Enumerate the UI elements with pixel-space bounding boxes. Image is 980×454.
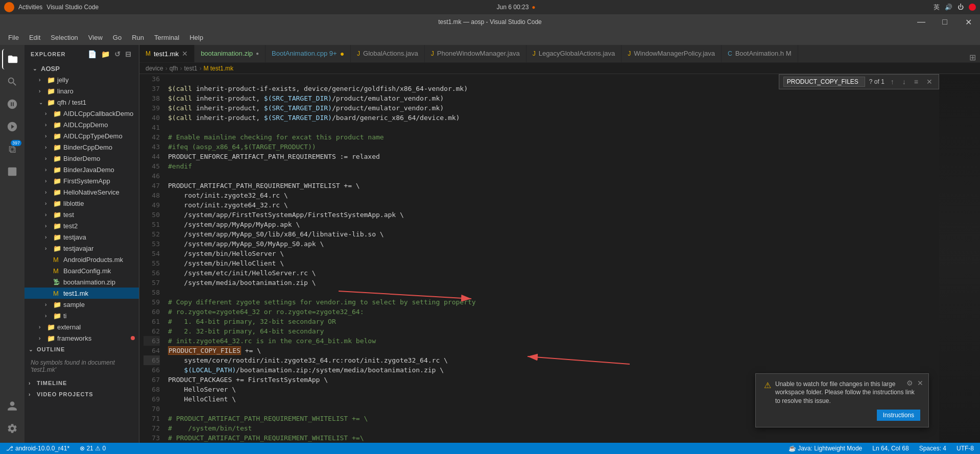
close-btn[interactable]	[969, 4, 976, 11]
breadcrumb-part-1[interactable]: device	[146, 65, 163, 72]
activity-account[interactable]	[2, 396, 22, 416]
next-match-btn[interactable]: ↓	[900, 77, 908, 87]
tree-item-test2[interactable]: › 📁 test2	[25, 220, 139, 231]
tree-root-aosp[interactable]: ⌄ AOSP	[25, 63, 139, 74]
tab-close-btn[interactable]: ●	[256, 51, 259, 56]
tree-item-testjava[interactable]: › 📁 testjava	[25, 231, 139, 243]
tree-label: sample	[63, 301, 85, 308]
timeline-section-header[interactable]: › TIMELINE	[25, 377, 139, 389]
status-encoding[interactable]: UTF-8	[954, 445, 976, 452]
status-java[interactable]: ☕ Java: Lightweight Mode	[786, 445, 864, 452]
tab-globalactions[interactable]: J GlobalActions.java	[351, 45, 425, 62]
tree-item-bootanimation-zip[interactable]: 🗜 bootanimation.zip	[25, 276, 139, 288]
tree-item-testjavajar[interactable]: › 📁 testjavajar	[25, 243, 139, 254]
vscode-label[interactable]: Visual Studio Code	[46, 4, 99, 11]
activity-git[interactable]	[2, 94, 22, 114]
tree-item-sample[interactable]: › 📁 sample	[25, 299, 139, 310]
new-file-btn[interactable]: 📄	[87, 49, 98, 59]
tree-item-aidl3[interactable]: › 📁 AIDLCppTypeDemo	[25, 130, 139, 141]
activity-settings[interactable]	[2, 418, 22, 439]
tree-item-frameworks[interactable]: › 📁 frameworks	[25, 332, 139, 344]
tree-label: AndroidProducts.mk	[63, 256, 123, 264]
tab-close-btn[interactable]: ✕	[182, 50, 188, 58]
breadcrumb-sep-3: ›	[199, 65, 201, 72]
toggle-replace-btn[interactable]: ≡	[912, 77, 920, 87]
menu-terminal[interactable]: Terminal	[150, 32, 183, 43]
tree-item-binderjava[interactable]: › 📁 BinderJavaDemo	[25, 164, 139, 175]
tree-item-firstsystem[interactable]: › 📁 FirstSystemApp	[25, 175, 139, 186]
menu-help[interactable]: Help	[185, 32, 207, 43]
find-input[interactable]	[783, 77, 865, 87]
tab-label: PhoneWindowManager.java	[437, 50, 520, 57]
tree-item-liblottie[interactable]: › 📁 liblottie	[25, 198, 139, 209]
tree-item-jelly[interactable]: › 📁 jelly	[25, 74, 139, 85]
video-projects-section-header[interactable]: › VIDEO PROJECTS	[25, 389, 139, 400]
activity-run[interactable]	[2, 116, 22, 137]
tree-item-hellonative[interactable]: › 📁 HelloNativeService	[25, 186, 139, 198]
folder-icon: 📁	[53, 301, 61, 308]
tab-bootanimation[interactable]: bootanimation.zip ●	[195, 45, 266, 62]
sidebar-title: EXPLORER	[31, 51, 66, 57]
tree-item-androidproducts[interactable]: M AndroidProducts.mk	[25, 254, 139, 265]
notification-close-btn[interactable]: ✕	[916, 378, 924, 388]
status-branch[interactable]: ⎇ android-10.0.0_r41*	[4, 445, 71, 452]
activity-search[interactable]	[2, 71, 22, 92]
tree-item-test[interactable]: › 📁 test	[25, 209, 139, 220]
firefox-icon[interactable]	[4, 2, 14, 12]
instructions-btn[interactable]: Instructions	[877, 410, 920, 421]
tree-item-external[interactable]: › 📁 external	[25, 321, 139, 332]
errors-label: ⊗ 21 ⚠ 0	[80, 445, 106, 452]
tab-legacyglobal[interactable]: J LegacyGlobalActions.java	[527, 45, 622, 62]
volume-icon[interactable]: 🔊	[945, 4, 952, 11]
minimize-btn[interactable]: —	[910, 14, 933, 30]
menu-file[interactable]: File	[4, 32, 23, 43]
activity-explorer[interactable]	[2, 49, 22, 69]
menu-go[interactable]: Go	[109, 32, 126, 43]
find-widget[interactable]: ? of 1 ↑ ↓ ≡ ✕	[779, 74, 939, 89]
menu-selection[interactable]: Selection	[46, 32, 82, 43]
tree-item-aidl1[interactable]: › 📁 AIDLCppCallbackDemo	[25, 108, 139, 119]
notification-settings-btn[interactable]: ⚙	[905, 378, 914, 388]
java-label: ☕ Java: Lightweight Mode	[788, 445, 862, 452]
breadcrumb-part-3[interactable]: test1	[184, 65, 197, 72]
status-spaces[interactable]: Spaces: 4	[917, 445, 948, 452]
menu-view[interactable]: View	[84, 32, 107, 43]
tab-windowmanager[interactable]: J WindowManagerPolicy.java	[622, 45, 722, 62]
tree-label: AIDLCppDemo	[63, 121, 108, 129]
tree-item-boardconfig[interactable]: M BoardConfig.mk	[25, 265, 139, 276]
tree-item-aidl2[interactable]: › 📁 AIDLCppDemo	[25, 119, 139, 130]
menu-edit[interactable]: Edit	[25, 32, 44, 43]
window-close-btn[interactable]: ✕	[957, 14, 980, 30]
status-errors[interactable]: ⊗ 21 ⚠ 0	[78, 445, 108, 452]
tab-test1mk[interactable]: M test1.mk ✕	[139, 45, 195, 62]
tab-bar: M test1.mk ✕ bootanimation.zip ● BootAni…	[139, 45, 980, 63]
folder-icon: 📁	[53, 245, 61, 252]
outline-section-header[interactable]: ⌄ OUTLINE	[25, 344, 139, 355]
breadcrumb-part-4[interactable]: M test1.mk	[203, 65, 233, 72]
power-icon[interactable]: ⏻	[958, 4, 964, 11]
tree-item-ti[interactable]: › 📁 ti	[25, 310, 139, 321]
refresh-explorer-btn[interactable]: ↺	[113, 49, 122, 59]
breadcrumb-part-2[interactable]: qfh	[170, 65, 178, 72]
tree-item-bindercpp[interactable]: › 📁 BinderCppDemo	[25, 141, 139, 153]
tree-item-test1mk[interactable]: M test1.mk	[25, 288, 139, 299]
tab-close-btn[interactable]: ●	[340, 50, 344, 58]
tree-item-binderdemo[interactable]: › 📁 BinderDemo	[25, 153, 139, 164]
collapse-all-btn[interactable]: ⊟	[124, 49, 133, 59]
tab-phonewindow[interactable]: J PhoneWindowManager.java	[425, 45, 527, 62]
activity-extensions[interactable]: ⧉ 397	[2, 139, 22, 159]
menu-run[interactable]: Run	[128, 32, 148, 43]
close-find-btn[interactable]: ✕	[924, 77, 935, 87]
maximize-btn[interactable]: □	[933, 14, 957, 30]
editor-layout-btn[interactable]: ⊞	[965, 53, 980, 62]
tab-bootanimationh[interactable]: C BootAnimation.h M	[722, 45, 798, 62]
warning-icon: ⚠	[764, 380, 771, 390]
tab-bootanimationcpp[interactable]: BootAnimation.cpp 9+ ●	[266, 45, 351, 62]
tree-item-linaro[interactable]: › 📁 linaro	[25, 85, 139, 97]
tree-item-qfh[interactable]: ⌄ 📁 qfh / test1	[25, 97, 139, 108]
new-folder-btn[interactable]: 📁	[100, 49, 111, 59]
status-position[interactable]: Ln 64, Col 68	[870, 445, 911, 452]
prev-match-btn[interactable]: ↑	[889, 77, 896, 87]
activity-remote[interactable]	[2, 161, 22, 182]
encoding-label: UTF-8	[957, 445, 974, 452]
